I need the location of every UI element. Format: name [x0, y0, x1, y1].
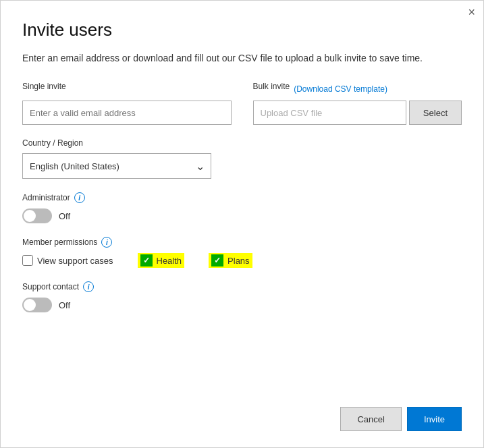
plans-checkmark-icon: ✓ [211, 254, 223, 267]
member-permissions-info-icon[interactable]: i [101, 237, 112, 248]
invite-users-dialog: × Invite users Enter an email address or… [0, 0, 484, 448]
upload-placeholder-text: Upload CSV file [261, 108, 323, 118]
country-dropdown-wrapper: English (United States) ⌄ [22, 153, 211, 179]
checkboxes-row: View support cases ✓ Health ✓ Plans [22, 253, 462, 268]
single-invite-group: Single invite [22, 82, 232, 125]
cancel-button[interactable]: Cancel [340, 407, 401, 431]
bulk-upload-row: Upload CSV file Select [253, 101, 462, 125]
upload-csv-input[interactable]: Upload CSV file [253, 101, 406, 125]
support-contact-toggle[interactable] [22, 298, 52, 312]
support-contact-toggle-row: Off [22, 298, 462, 312]
bulk-invite-group: Bulk invite (Download CSV template) Uplo… [253, 82, 462, 125]
member-permissions-label: Member permissions [22, 237, 97, 247]
download-csv-link[interactable]: (Download CSV template) [294, 84, 387, 94]
administrator-section: Administrator i Off [22, 192, 462, 223]
email-input[interactable] [22, 101, 232, 125]
dialog-description: Enter an email address or download and f… [22, 51, 454, 65]
permissions-header-row: Member permissions i [22, 237, 462, 248]
invite-fields-row: Single invite Bulk invite (Download CSV … [22, 82, 462, 125]
plans-checkbox-item[interactable]: ✓ Plans [209, 253, 252, 268]
select-file-button[interactable]: Select [409, 101, 462, 125]
invite-button[interactable]: Invite [407, 407, 462, 431]
view-support-checkbox[interactable] [22, 255, 33, 266]
support-contact-label: Support contact [22, 282, 79, 291]
support-contact-header-row: Support contact i [22, 281, 462, 292]
administrator-header-row: Administrator i [22, 192, 462, 203]
administrator-toggle-label: Off [59, 211, 70, 221]
health-checkbox-item[interactable]: ✓ Health [138, 253, 185, 268]
view-support-label: View support cases [37, 256, 113, 266]
health-label: Health [157, 256, 182, 266]
view-support-checkbox-item[interactable]: View support cases [22, 255, 113, 266]
dialog-title: Invite users [22, 20, 462, 40]
administrator-info-icon[interactable]: i [74, 192, 85, 203]
health-checkmark-icon: ✓ [140, 254, 153, 267]
country-dropdown[interactable]: English (United States) [22, 153, 211, 179]
country-region-section: Country / Region English (United States)… [22, 138, 462, 179]
country-region-label: Country / Region [22, 138, 462, 148]
single-invite-label: Single invite [22, 82, 232, 91]
administrator-label: Administrator [22, 193, 70, 202]
close-button[interactable]: × [468, 6, 475, 18]
dialog-footer: Cancel Invite [340, 407, 462, 431]
toggle-thumb [24, 210, 36, 222]
support-contact-info-icon[interactable]: i [83, 281, 94, 292]
plans-label: Plans [227, 256, 250, 266]
support-contact-section: Support contact i Off [22, 281, 462, 312]
support-contact-toggle-label: Off [59, 300, 70, 310]
support-toggle-thumb [24, 299, 36, 311]
bulk-invite-label: Bulk invite [253, 82, 290, 91]
member-permissions-section: Member permissions i View support cases … [22, 237, 462, 268]
administrator-toggle[interactable] [22, 208, 52, 223]
administrator-toggle-row: Off [22, 208, 462, 223]
